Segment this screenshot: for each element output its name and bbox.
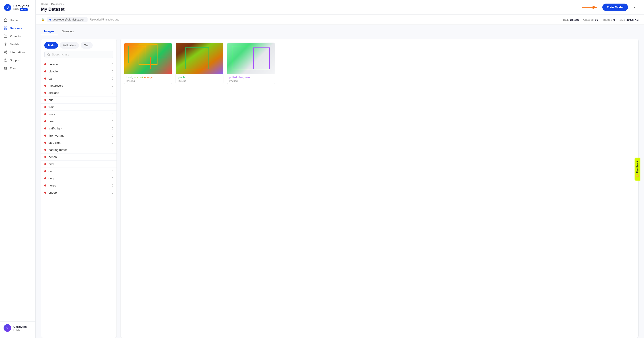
sidebar-item-support[interactable]: Support xyxy=(0,56,36,64)
class-item[interactable]: boat 0 xyxy=(41,118,116,125)
breadcrumb-datasets[interactable]: Datasets xyxy=(51,3,62,6)
class-dot xyxy=(44,177,46,179)
class-name: stop sign xyxy=(48,141,112,144)
images-label: Images xyxy=(602,18,612,22)
svg-rect-3 xyxy=(6,27,7,28)
content-area: Images Overview Train Validation xyxy=(36,25,644,338)
filter-tab-test[interactable]: Test xyxy=(81,42,93,48)
svg-point-6 xyxy=(5,44,6,44)
class-name: train xyxy=(48,106,112,109)
svg-rect-5 xyxy=(6,28,7,30)
nav-label-trash: Trash xyxy=(10,66,18,70)
class-dot xyxy=(44,85,46,87)
image-card-3[interactable]: potted plant, vase im3.jpg xyxy=(227,42,275,84)
class-item[interactable]: bird 0 xyxy=(41,161,116,168)
filter-tab-train[interactable]: Train xyxy=(44,42,58,48)
svg-line-11 xyxy=(5,51,6,52)
topbar: Home › Datasets › My Dataset Train Model xyxy=(36,0,644,15)
class-name: traffic light xyxy=(48,127,112,130)
meta-size: Size 405.6 KB xyxy=(620,18,639,22)
svg-line-10 xyxy=(5,52,6,53)
class-count: 0 xyxy=(112,134,114,137)
image-thumb-3 xyxy=(227,43,275,74)
class-item[interactable]: motorcycle 0 xyxy=(41,82,116,89)
class-list: person 0 bicycle 0 car 0 motorcycle 0 ai… xyxy=(41,61,116,338)
size-value: 405.6 KB xyxy=(626,18,639,22)
home-icon xyxy=(4,18,8,22)
class-search-wrap xyxy=(41,51,116,61)
ultralytics-logo-icon: U xyxy=(4,4,12,12)
class-item[interactable]: traffic light 0 xyxy=(41,125,116,132)
class-item[interactable]: cat 0 xyxy=(41,168,116,175)
sidebar-item-home[interactable]: Home xyxy=(0,16,36,24)
class-name: bus xyxy=(48,98,112,102)
class-item[interactable]: bench 0 xyxy=(41,154,116,161)
class-item[interactable]: truck 0 xyxy=(41,111,116,118)
class-count: 0 xyxy=(112,141,114,144)
more-icon: ⋮ xyxy=(632,5,637,10)
class-dot xyxy=(44,170,46,172)
class-item[interactable]: fire hydrant 0 xyxy=(41,132,116,139)
hub-label: HUB xyxy=(13,8,19,11)
class-item[interactable]: bicycle 0 xyxy=(41,68,116,75)
class-item[interactable]: car 0 xyxy=(41,75,116,82)
feedback-label: Feedback xyxy=(636,161,639,173)
sidebar-item-trash[interactable]: Trash xyxy=(0,64,36,72)
image-filename-3: im3.jpg xyxy=(230,80,272,82)
tab-images[interactable]: Images xyxy=(41,28,58,35)
class-panel: Train Validation Test xyxy=(41,39,117,338)
user-name: Ultralytics xyxy=(13,325,28,328)
beta-badge: BETA xyxy=(20,8,28,11)
class-count: 0 xyxy=(112,106,114,109)
filter-tab-validation[interactable]: Validation xyxy=(60,42,79,48)
sidebar-item-datasets[interactable]: Datasets xyxy=(0,24,36,32)
class-count: 0 xyxy=(112,177,114,180)
meta-images: Images 6 xyxy=(602,18,615,22)
more-options-button[interactable]: ⋮ xyxy=(631,4,639,11)
class-item[interactable]: sheep 0 xyxy=(41,189,116,196)
classes-value: 80 xyxy=(595,18,598,22)
class-count: 0 xyxy=(112,70,114,73)
sidebar: U ultralytics HUB BETA Home Datasets xyxy=(0,0,36,338)
sidebar-item-projects[interactable]: Projects xyxy=(0,32,36,40)
tab-overview[interactable]: Overview xyxy=(58,28,77,35)
class-dot xyxy=(44,99,46,101)
metabar-right: Task Detect Classes 80 Images 6 Size 405… xyxy=(563,18,639,22)
class-name: cat xyxy=(48,170,112,173)
user-email-badge: developer@ultralytics.com xyxy=(47,17,88,22)
class-count: 0 xyxy=(112,162,114,166)
image-filename-2: im2.jpg xyxy=(178,80,221,82)
sidebar-item-models[interactable]: Models xyxy=(0,40,36,48)
class-name: sheep xyxy=(48,191,112,194)
logo: U ultralytics HUB BETA xyxy=(0,4,36,16)
class-item[interactable]: airplane 0 xyxy=(41,89,116,96)
class-item[interactable]: dog 0 xyxy=(41,175,116,182)
sidebar-item-integrations[interactable]: Integrations xyxy=(0,48,36,56)
search-input[interactable] xyxy=(52,53,110,56)
feedback-tab[interactable]: 😊 Feedback xyxy=(634,158,640,180)
svg-point-8 xyxy=(4,52,5,52)
main-tabs: Images Overview xyxy=(41,25,639,35)
class-item[interactable]: stop sign 0 xyxy=(41,139,116,146)
svg-point-9 xyxy=(6,53,7,54)
feedback-icon: 😊 xyxy=(636,174,639,177)
breadcrumb-home[interactable]: Home xyxy=(41,3,48,6)
class-dot xyxy=(44,163,46,165)
class-item[interactable]: train 0 xyxy=(41,104,116,111)
inner-content: Train Validation Test xyxy=(41,39,639,338)
image-info-3: potted plant, vase im3.jpg xyxy=(227,74,275,84)
class-item[interactable]: parking meter 0 xyxy=(41,146,116,154)
user-profile[interactable]: U Ultralytics FREE xyxy=(0,321,36,334)
class-dot xyxy=(44,184,46,186)
image-card-1[interactable]: bowl, broccoli, orange im1.jpg xyxy=(124,42,172,84)
class-item[interactable]: person 0 xyxy=(41,61,116,68)
class-count: 0 xyxy=(112,148,114,152)
image-card-2[interactable]: giraffe im2.jpg xyxy=(176,42,224,84)
class-item[interactable]: bus 0 xyxy=(41,96,116,104)
size-label: Size xyxy=(620,18,625,22)
train-model-button[interactable]: Train Model xyxy=(602,4,628,11)
image-thumb-2 xyxy=(176,43,223,74)
class-item[interactable]: horse 0 xyxy=(41,182,116,189)
class-count: 0 xyxy=(112,127,114,130)
class-count: 0 xyxy=(112,62,114,66)
